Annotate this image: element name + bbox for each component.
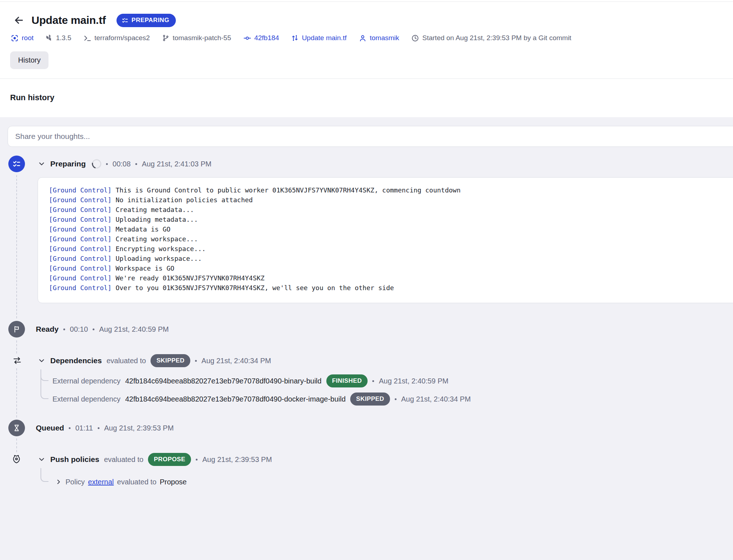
meta-commit[interactable]: 42fb184	[243, 34, 279, 42]
status-badge: FINISHED	[326, 374, 368, 387]
project-root: terraform/spaces2	[94, 34, 150, 42]
started-on-text: Started on Aug 21st, 2:39:53 PM by a Git…	[422, 34, 571, 42]
run-detail-page: Update main.tf PREPARING root 1.3.5 ter	[0, 0, 733, 560]
status-badge: PREPARING	[116, 14, 176, 27]
user-name: tomasmik	[370, 34, 399, 42]
event-timestamp: Aug 21st, 2:39:53 PM	[202, 455, 272, 464]
back-arrow-icon	[13, 15, 24, 26]
console-line: [Ground Control]Metadata is GO	[49, 224, 733, 234]
terraform-version: 1.3.5	[56, 34, 71, 42]
timeline-connector	[16, 438, 17, 452]
tree-connector	[41, 468, 48, 482]
top-divider	[0, 1, 733, 2]
user-icon	[359, 34, 366, 42]
timeline-connector	[16, 175, 17, 318]
dependency-type-label: External dependency	[52, 395, 120, 403]
external-dependency-row: External dependency 42fb184c694beea8b820…	[52, 390, 471, 408]
timeline-event-preparing: Preparing 00:08 Aug 21st, 2:41:03 PM	[38, 155, 211, 173]
event-connector-text: evaluated to	[106, 357, 146, 365]
meta-terraform-version: 1.3.5	[46, 34, 71, 42]
status-badge: SKIPPED	[151, 354, 190, 367]
flag-icon	[13, 325, 21, 333]
page-title: Update main.tf	[31, 14, 106, 26]
tab-history[interactable]: History	[10, 51, 48, 69]
policy-result: Propose	[160, 478, 187, 486]
policy-shield-icon	[11, 454, 22, 464]
event-label: Ready	[36, 325, 59, 334]
dependency-type-label: External dependency	[52, 377, 120, 385]
console-line: [Ground Control]Over to you 01K365NVJFS7…	[49, 283, 733, 293]
commit-icon	[243, 34, 251, 42]
dependency-name: 42fb184c694beea8b82027e13eb79e7078df0490…	[125, 377, 322, 385]
terminal-icon	[84, 34, 91, 42]
queued-status-icon	[8, 420, 25, 436]
meta-commit-message[interactable]: Update main.tf	[291, 34, 347, 42]
event-duration: 01:11	[75, 424, 93, 432]
dot-separator	[195, 360, 197, 362]
timeline-event-ready: Ready 00:10 Aug 21st, 2:40:59 PM	[36, 321, 169, 338]
space-name: root	[22, 34, 34, 42]
back-button[interactable]	[13, 14, 25, 26]
external-dependency-row: External dependency 42fb184c694beea8b820…	[52, 372, 449, 390]
terraform-icon	[46, 34, 53, 42]
console-line: [Ground Control]This is Ground Control t…	[49, 185, 733, 195]
event-duration: 00:08	[113, 160, 131, 168]
chevron-down-icon[interactable]	[38, 455, 46, 463]
policy-link[interactable]: external	[88, 478, 114, 486]
event-timestamp: Aug 21st, 2:40:59 PM	[99, 325, 169, 334]
dot-separator	[196, 459, 198, 461]
policy-prefix: Policy	[65, 478, 85, 486]
chevron-right-icon[interactable]	[55, 478, 62, 485]
run-header: Update main.tf PREPARING	[13, 12, 176, 29]
timeline-connector	[16, 368, 17, 417]
status-badge: PROPOSE	[148, 453, 191, 466]
meta-branch: tomasmik-patch-55	[162, 34, 231, 42]
event-timestamp: Aug 21st, 2:39:53 PM	[104, 424, 174, 432]
meta-user[interactable]: tomasmik	[359, 34, 399, 42]
timeline-connector	[16, 340, 17, 353]
console-line: [Ground Control]Workspace is GO	[49, 263, 733, 273]
dot-separator	[93, 328, 94, 330]
dependencies-icon	[12, 356, 22, 365]
event-label: Push policies	[50, 455, 99, 464]
dot-separator	[135, 163, 137, 165]
pull-request-icon	[291, 34, 298, 42]
timeline-event-push-policies: Push policies evaluated to PROPOSE Aug 2…	[38, 451, 272, 468]
ready-status-icon	[8, 321, 25, 338]
clock-icon	[411, 34, 419, 42]
dot-separator	[98, 427, 99, 429]
event-connector-text: evaluated to	[104, 455, 143, 464]
event-timestamp: Aug 21st, 2:41:03 PM	[142, 160, 211, 168]
console-line: [Ground Control]Uploading workspace...	[49, 254, 733, 263]
event-label: Preparing	[50, 160, 86, 168]
console-line: [Ground Control]Creating workspace...	[49, 234, 733, 244]
event-timestamp: Aug 21st, 2:40:59 PM	[379, 377, 448, 385]
spinner-icon	[90, 157, 103, 170]
dot-separator	[395, 398, 397, 400]
console-line: [Ground Control]No initialization polici…	[49, 195, 733, 205]
git-branch-icon	[162, 34, 169, 42]
meta-project-root: terraform/spaces2	[84, 34, 150, 42]
run-meta-row: root 1.3.5 terraform/spaces2 tomasmik-pa…	[11, 33, 571, 43]
chevron-down-icon[interactable]	[38, 357, 46, 365]
status-badge: SKIPPED	[350, 393, 390, 406]
meta-space[interactable]: root	[11, 34, 34, 42]
commit-message: Update main.tf	[302, 34, 347, 42]
dot-separator	[106, 163, 108, 165]
event-duration: 00:10	[70, 325, 88, 334]
timeline-event-dependencies: Dependencies evaluated to SKIPPED Aug 21…	[38, 352, 271, 369]
branch-name: tomasmik-patch-55	[173, 34, 231, 42]
chevron-down-icon[interactable]	[38, 160, 46, 168]
dot-separator	[69, 427, 71, 429]
dot-separator	[63, 328, 65, 330]
comment-input[interactable]	[8, 126, 733, 147]
commit-hash: 42fb184	[254, 34, 279, 42]
policy-connector-text: evaluated to	[117, 478, 157, 486]
console-line: [Ground Control]Uploading metadata...	[49, 215, 733, 224]
timeline-event-queued: Queued 01:11 Aug 21st, 2:39:53 PM	[36, 419, 174, 437]
event-label: Dependencies	[50, 356, 102, 365]
policy-evaluation-row: Policy external evaluated to Propose	[55, 473, 187, 491]
console-line: [Ground Control]Creating metadata...	[49, 205, 733, 215]
space-icon	[11, 34, 18, 42]
tree-connector	[41, 369, 48, 399]
